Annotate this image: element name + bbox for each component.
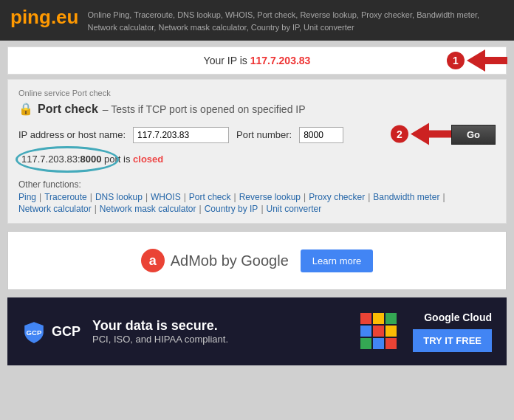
result-row: 117.7.203.83:8000 port is closed <box>21 154 496 165</box>
link-reverse[interactable]: Reverse lookup <box>239 192 301 202</box>
link-port-check[interactable]: Port check <box>189 192 231 202</box>
other-functions-label: Other functions: <box>18 179 496 190</box>
gcp-logo: GCP GCP <box>22 320 80 343</box>
gcp-right: Google Cloud TRY IT FREE <box>413 311 492 352</box>
port-label: Port number: <box>236 129 292 140</box>
links-row-2: Network calculator | Network mask calcul… <box>18 204 496 214</box>
other-functions: Other functions: Ping | Traceroute | DNS… <box>18 179 496 214</box>
header-description: Online Ping, Traceroute, DNS lookup, WHO… <box>87 7 504 33</box>
gcp-main-message: Your data is secure. <box>92 318 345 334</box>
link-country[interactable]: Country by IP <box>205 204 258 214</box>
result-port: 8000 <box>80 154 102 165</box>
admob-logo: a AdMob by Google <box>141 249 289 272</box>
logo-eu: eu <box>56 6 78 28</box>
port-check-title: 🔒 Port check – Tests if TCP port is open… <box>18 102 496 116</box>
svg-text:GCP: GCP <box>27 328 42 337</box>
svg-rect-12 <box>386 326 397 337</box>
title-subtitle: – Tests if TCP port is opened on specifi… <box>103 103 306 115</box>
site-logo: ping.eu <box>10 7 78 27</box>
site-header: ping.eu Online Ping, Traceroute, DNS loo… <box>0 0 514 41</box>
main-content: Online service Port check 🔒 Port check –… <box>7 79 507 224</box>
admob-ad: a AdMob by Google Learn more <box>7 231 507 290</box>
ip-value: 117.7.203.83 <box>250 55 311 66</box>
link-bandwidth[interactable]: Bandwidth meter <box>373 192 439 202</box>
ip-label: IP address or host name: <box>18 129 126 140</box>
gcp-message: Your data is secure. PCI, ISO, and HIPAA… <box>92 318 345 345</box>
link-whois[interactable]: WHOIS <box>151 192 181 202</box>
svg-rect-7 <box>360 313 371 324</box>
gcp-shield-icon: GCP <box>22 320 46 343</box>
ip-prefix: Your IP is <box>204 55 250 66</box>
title-text: Port check <box>38 103 98 116</box>
admob-icon: a <box>141 249 165 272</box>
svg-rect-10 <box>360 326 371 337</box>
form-wrapper: IP address or host name: Port number: Go… <box>18 125 496 145</box>
result-ip: 117.7.203.83: <box>21 154 80 165</box>
link-ping[interactable]: Ping <box>18 192 36 202</box>
form-row: IP address or host name: Port number: Go <box>18 125 496 145</box>
svg-rect-13 <box>360 338 371 349</box>
gcp-ad: GCP GCP Your data is secure. PCI, ISO, a… <box>7 297 507 365</box>
result-status: closed <box>133 154 163 165</box>
svg-rect-15 <box>386 338 397 349</box>
gcp-sub-message: PCI, ISO, and HIPAA compliant. <box>92 334 345 345</box>
learn-more-button[interactable]: Learn more <box>301 249 373 272</box>
svg-rect-9 <box>386 313 397 324</box>
ip-bar: Your IP is 117.7.203.83 <box>7 47 507 75</box>
svg-rect-14 <box>373 338 384 349</box>
links-row: Ping | Traceroute | DNS lookup | WHOIS |… <box>18 192 496 202</box>
cube-graphic <box>357 309 401 354</box>
link-dns[interactable]: DNS lookup <box>95 192 143 202</box>
link-mask-calc[interactable]: Network mask calculator <box>100 204 196 214</box>
admob-text: AdMob by Google <box>171 252 289 269</box>
service-label: Online service Port check <box>18 89 496 97</box>
go-button[interactable]: Go <box>451 125 496 145</box>
link-unit[interactable]: Unit converter <box>267 204 322 214</box>
lock-icon: 🔒 <box>18 102 33 116</box>
svg-rect-8 <box>373 313 384 324</box>
port-input[interactable] <box>299 127 343 143</box>
logo-ping: ping <box>10 6 51 28</box>
link-traceroute[interactable]: Traceroute <box>44 192 87 202</box>
result-middle: port is <box>101 154 133 165</box>
gcp-brand-text: GCP <box>52 324 80 340</box>
ip-input[interactable] <box>133 127 229 143</box>
try-free-button[interactable]: TRY IT FREE <box>413 329 492 352</box>
gcp-cloud-label: Google Cloud <box>424 311 492 323</box>
svg-rect-11 <box>373 326 384 337</box>
link-proxy[interactable]: Proxy checker <box>309 192 365 202</box>
link-network-calc[interactable]: Network calculator <box>18 204 92 214</box>
